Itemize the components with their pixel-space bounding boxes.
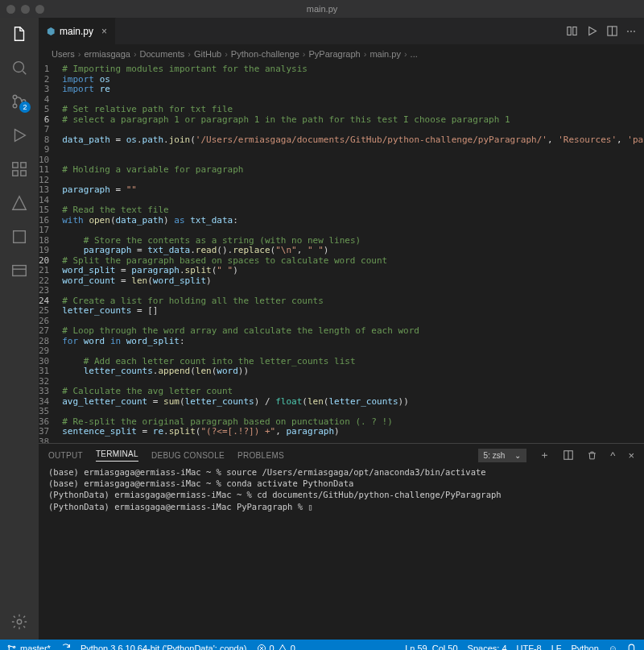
chevron-down-icon: ⌄	[514, 451, 521, 460]
chevron-right-icon: ›	[225, 49, 228, 59]
sync-icon[interactable]	[60, 644, 71, 651]
extensions-icon[interactable]	[10, 159, 29, 179]
line-gutter: 1234567891011121314151617181920212223242…	[39, 63, 62, 443]
svg-rect-6	[13, 171, 18, 176]
chevron-right-icon: ›	[364, 49, 367, 59]
tab-main-py[interactable]: ⬢ main.py ×	[39, 18, 116, 44]
play-icon[interactable]	[586, 25, 598, 37]
window-controls[interactable]	[6, 5, 44, 14]
python-interpreter[interactable]: Python 3.6.10 64-bit ('PythonData': cond…	[80, 644, 247, 650]
svg-rect-4	[13, 163, 18, 168]
problems-status[interactable]: 0 0	[257, 644, 295, 650]
error-count: 0	[270, 644, 275, 650]
code-line[interactable]: for word in word_split:	[62, 337, 644, 347]
source-control-icon[interactable]: 2	[10, 92, 29, 111]
python-icon: ⬢	[47, 26, 55, 37]
split-editor-icon[interactable]	[606, 25, 618, 37]
breadcrumb-segment[interactable]: Python-challenge	[231, 49, 299, 59]
breadcrumb-segment[interactable]: main.py	[369, 49, 401, 59]
code-line[interactable]: word_count = len(word_split)	[62, 276, 644, 287]
chevron-right-icon: ›	[134, 49, 137, 59]
code-line[interactable]: sentence_split = re.split("(?<=[.!?]) +"…	[62, 427, 644, 437]
notifications-icon[interactable]	[627, 644, 638, 651]
scm-badge: 2	[19, 101, 31, 113]
chevron-right-icon: ›	[188, 49, 191, 59]
editor-actions: ⋯	[566, 18, 644, 44]
svg-rect-11	[568, 27, 571, 35]
breadcrumb-segment[interactable]: ...	[411, 49, 418, 59]
svg-point-1	[13, 95, 17, 99]
svg-rect-8	[14, 231, 26, 243]
code-line[interactable]: # Importing modules important for the an…	[62, 64, 644, 75]
gear-icon[interactable]	[10, 612, 29, 631]
code-line[interactable]: # select a paragraph 1 or paragraph 1 in…	[62, 115, 644, 126]
indentation[interactable]: Spaces: 4	[468, 644, 507, 650]
code-line[interactable]: letter_counts = []	[62, 306, 644, 317]
panel-tab-output[interactable]: OUTPUT	[48, 451, 83, 460]
svg-rect-5	[21, 163, 26, 168]
compare-icon[interactable]	[566, 25, 578, 37]
code-line[interactable]: with open(data_path) as txt_data:	[62, 216, 644, 226]
split-icon[interactable]	[563, 449, 574, 461]
azure-icon[interactable]	[10, 193, 29, 213]
chevron-right-icon: ›	[404, 49, 407, 59]
svg-point-18	[258, 645, 265, 651]
terminal-output[interactable]: (base) ermiasgaga@ermiass-iMac ~ % sourc…	[39, 466, 644, 640]
breadcrumb-segment[interactable]: PyParagraph	[308, 49, 360, 59]
cursor-position[interactable]: Ln 59, Col 50	[405, 644, 457, 650]
breadcrumb[interactable]: Users›ermiasgaga›Documents›GitHub›Python…	[39, 45, 644, 63]
language-mode[interactable]: Python	[572, 644, 599, 650]
code-line[interactable]	[62, 145, 644, 155]
titlebar: main.py	[0, 0, 644, 18]
ellipsis-icon[interactable]: ⋯	[626, 26, 636, 37]
code-line[interactable]: letter_counts.append(len(word))	[62, 366, 644, 377]
code-line[interactable]: import os	[62, 75, 644, 85]
code-line[interactable]	[62, 437, 644, 444]
close-icon[interactable]: ×	[101, 26, 107, 37]
panel-tab-debug-console[interactable]: DEBUG CONSOLE	[151, 451, 225, 460]
close-icon[interactable]: ×	[628, 449, 634, 462]
code-line[interactable]: paragraph = ""	[62, 185, 644, 196]
eol[interactable]: LF	[551, 644, 562, 650]
warning-count: 0	[291, 644, 295, 650]
maximize-window-icon[interactable]	[35, 5, 44, 14]
chevron-right-icon: ›	[78, 49, 81, 59]
tab-label: main.py	[60, 26, 93, 37]
breadcrumb-segment[interactable]: ermiasgaga	[84, 49, 130, 59]
branch-label: master*	[20, 644, 51, 650]
svg-point-2	[13, 104, 17, 108]
feedback-icon[interactable]: ☺	[609, 644, 617, 650]
activity-bar: 2	[0, 18, 39, 640]
svg-point-15	[8, 645, 10, 647]
close-window-icon[interactable]	[6, 5, 15, 14]
code-line[interactable]: avg_letter_count = sum(letter_counts) / …	[62, 397, 644, 408]
code-area[interactable]: # Importing modules important for the an…	[62, 63, 644, 443]
chevron-up-icon[interactable]: ^	[610, 449, 615, 462]
debug-icon[interactable]	[10, 126, 29, 145]
code-line[interactable]	[62, 176, 644, 186]
svg-rect-12	[573, 27, 576, 35]
code-line[interactable]: import re	[62, 85, 644, 95]
files-icon[interactable]	[10, 24, 29, 43]
svg-point-0	[14, 62, 24, 72]
encoding[interactable]: UTF-8	[517, 644, 542, 650]
panel-tab-problems[interactable]: PROBLEMS	[237, 451, 284, 460]
svg-point-10	[17, 619, 22, 624]
layout-icon[interactable]	[10, 261, 29, 280]
panel-tab-terminal[interactable]: TERMINAL	[96, 449, 138, 462]
status-bar: master* Python 3.6.10 64-bit ('PythonDat…	[0, 640, 644, 650]
breadcrumb-segment[interactable]: Documents	[140, 49, 185, 59]
editor[interactable]: 1234567891011121314151617181920212223242…	[39, 63, 644, 443]
terminal-selector[interactable]: 5: zsh ⌄	[478, 449, 527, 462]
plus-icon[interactable]: ＋	[539, 448, 550, 462]
svg-rect-9	[13, 266, 27, 276]
breadcrumb-segment[interactable]: Users	[52, 49, 75, 59]
git-branch[interactable]: master*	[6, 644, 51, 651]
code-line[interactable]: data_path = os.path.join('/Users/ermiasg…	[62, 135, 644, 146]
code-line[interactable]: # Holding a variable for paragraph	[62, 165, 644, 176]
minimize-window-icon[interactable]	[21, 5, 30, 14]
trash-icon[interactable]	[587, 450, 597, 461]
project-icon[interactable]	[10, 227, 29, 246]
breadcrumb-segment[interactable]: GitHub	[194, 49, 221, 59]
search-icon[interactable]	[10, 58, 29, 77]
